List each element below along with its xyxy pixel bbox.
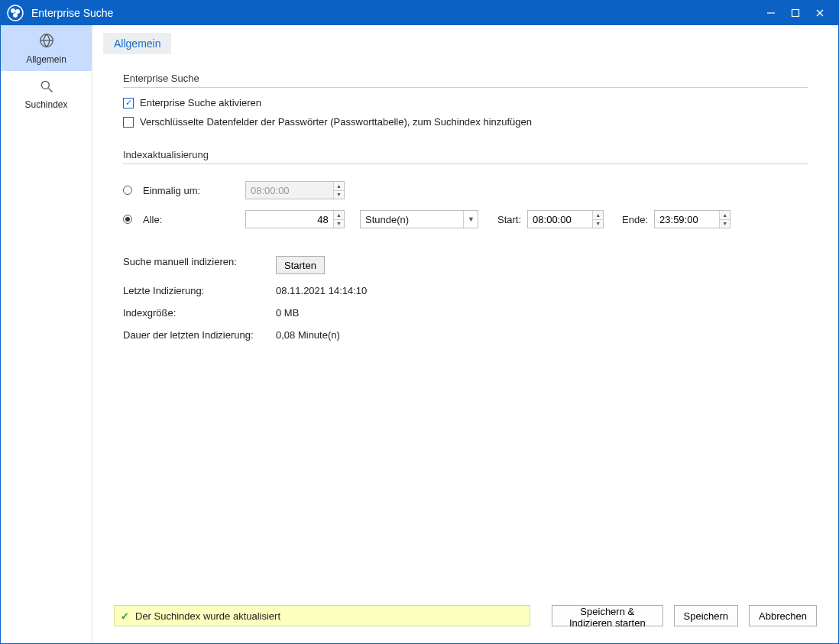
spin-down[interactable]: ▼: [593, 220, 603, 228]
index-size-label: Indexgröße:: [123, 307, 276, 319]
radio-label: Alle:: [143, 214, 162, 225]
spin-up[interactable]: ▲: [720, 211, 730, 220]
spinner-icon: ▲ ▼: [719, 211, 730, 228]
check-icon: ✓: [121, 610, 129, 622]
time-input-value[interactable]: [528, 211, 592, 228]
index-duration-label: Dauer der letzten Indizierung:: [123, 329, 276, 341]
svg-point-3: [13, 13, 18, 18]
start-label: Start:: [497, 214, 521, 225]
radio-label: Einmalig um:: [143, 185, 200, 196]
sidebar-item-allgemein[interactable]: Allgemein: [1, 25, 92, 71]
select-value: Stunde(n): [365, 214, 463, 225]
spin-down[interactable]: ▼: [334, 191, 344, 199]
cancel-button[interactable]: Abbrechen: [749, 605, 817, 626]
time-input-value[interactable]: [655, 211, 719, 228]
save-and-index-button[interactable]: Speichern & Indizieren starten: [552, 605, 663, 626]
sidebar: Allgemein Suchindex: [1, 25, 92, 643]
svg-line-10: [48, 88, 52, 92]
save-button[interactable]: Speichern: [674, 605, 739, 626]
close-button[interactable]: [808, 1, 832, 25]
maximize-button[interactable]: [783, 1, 808, 25]
spin-up[interactable]: ▲: [593, 211, 603, 220]
svg-point-1: [11, 8, 15, 13]
radio-einmalig-um[interactable]: [123, 186, 132, 195]
spinner-icon: ▲ ▼: [333, 211, 344, 228]
svg-point-9: [41, 81, 49, 89]
time-input-einmalig[interactable]: ▲ ▼: [245, 181, 345, 199]
index-size-value: 0 MB: [276, 307, 808, 319]
end-label: Ende:: [622, 214, 648, 225]
last-index-label: Letzte Indizierung:: [123, 285, 276, 296]
spinner-icon: ▲ ▼: [333, 182, 344, 199]
divider: [123, 87, 808, 88]
search-icon: [39, 79, 54, 96]
number-input-alle[interactable]: ▲ ▼: [245, 210, 345, 228]
section-heading-enterprise-suche: Enterprise Suche: [123, 73, 808, 84]
checkbox-label: Enterprise Suche aktivieren: [140, 97, 261, 108]
sidebar-item-label: Suchindex: [24, 99, 67, 110]
spin-up[interactable]: ▲: [334, 211, 344, 220]
select-unit[interactable]: Stunde(n) ▼: [360, 210, 478, 228]
tab-strip: Allgemein: [103, 33, 828, 54]
tab-allgemein[interactable]: Allgemein: [103, 33, 171, 54]
status-message: Der Suchindex wurde aktualisiert: [135, 610, 280, 622]
sidebar-item-label: Allgemein: [26, 54, 66, 65]
checkbox-enterprise-suche-aktivieren[interactable]: [123, 98, 134, 108]
spin-down[interactable]: ▼: [720, 220, 730, 228]
chevron-down-icon: ▼: [463, 211, 475, 228]
index-duration-value: 0,08 Minute(n): [276, 329, 808, 341]
manual-index-label: Suche manuell indizieren:: [123, 256, 276, 274]
section-heading-indexaktualisierung: Indexaktualisierung: [123, 149, 808, 160]
sidebar-item-suchindex[interactable]: Suchindex: [1, 71, 92, 117]
spin-down[interactable]: ▼: [334, 220, 344, 228]
window-title: Enterprise Suche: [31, 7, 113, 19]
svg-point-2: [15, 9, 20, 14]
app-icon: [7, 5, 24, 21]
globe-icon: [38, 32, 55, 51]
time-input-start[interactable]: ▲ ▼: [527, 210, 604, 228]
number-input-value[interactable]: [246, 211, 333, 228]
checkbox-label: Verschlüsselte Datenfelder der Passwörte…: [140, 116, 532, 128]
svg-rect-5: [792, 10, 799, 17]
start-indexing-button[interactable]: Starten: [276, 256, 325, 274]
divider: [123, 163, 808, 164]
checkbox-verschluesselte-datenfelder[interactable]: [123, 117, 134, 128]
spinner-icon: ▲ ▼: [592, 211, 603, 228]
title-bar: Enterprise Suche: [1, 1, 838, 25]
status-bar: ✓ Der Suchindex wurde aktualisiert: [114, 605, 530, 626]
spin-up[interactable]: ▲: [334, 182, 344, 191]
last-index-value: 08.11.2021 14:14:10: [276, 285, 808, 296]
time-input-value[interactable]: [246, 182, 333, 199]
radio-alle[interactable]: [123, 215, 132, 224]
time-input-end[interactable]: ▲ ▼: [654, 210, 730, 228]
minimize-button[interactable]: [759, 1, 783, 25]
